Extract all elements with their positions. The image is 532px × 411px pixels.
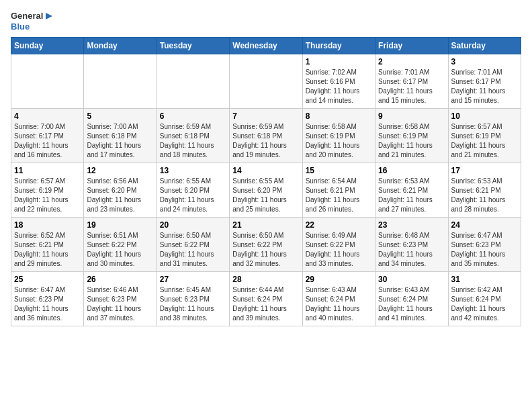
day-cell: 1Sunrise: 7:02 AM Sunset: 6:16 PM Daylig…: [302, 54, 375, 109]
day-number: 15: [306, 166, 372, 175]
day-number: 20: [160, 220, 226, 230]
day-cell: 9Sunrise: 6:58 AM Sunset: 6:19 PM Daylig…: [375, 109, 448, 163]
day-number: 30: [378, 275, 445, 284]
day-number: 22: [306, 220, 372, 230]
day-cell: 30Sunrise: 6:43 AM Sunset: 6:24 PM Dayli…: [375, 272, 448, 326]
day-info: Sunrise: 6:50 AM Sunset: 6:22 PM Dayligh…: [232, 231, 299, 269]
header-day-sunday: Sunday: [11, 38, 84, 54]
day-number: 18: [14, 220, 81, 230]
day-info: Sunrise: 6:59 AM Sunset: 6:18 PM Dayligh…: [160, 122, 226, 160]
day-number: 2: [378, 57, 445, 66]
day-info: Sunrise: 6:51 AM Sunset: 6:22 PM Dayligh…: [87, 231, 153, 269]
day-info: Sunrise: 7:00 AM Sunset: 6:18 PM Dayligh…: [87, 122, 153, 160]
day-info: Sunrise: 6:43 AM Sunset: 6:24 PM Dayligh…: [306, 285, 372, 323]
day-number: 23: [378, 220, 445, 230]
header-day-thursday: Thursday: [302, 38, 375, 54]
day-info: Sunrise: 6:56 AM Sunset: 6:20 PM Dayligh…: [87, 177, 153, 214]
day-cell: 13Sunrise: 6:55 AM Sunset: 6:20 PM Dayli…: [157, 163, 229, 218]
day-cell: 22Sunrise: 6:49 AM Sunset: 6:22 PM Dayli…: [302, 218, 375, 272]
day-info: Sunrise: 6:55 AM Sunset: 6:20 PM Dayligh…: [232, 177, 299, 214]
day-info: Sunrise: 6:50 AM Sunset: 6:22 PM Dayligh…: [160, 231, 226, 269]
day-info: Sunrise: 7:00 AM Sunset: 6:17 PM Dayligh…: [14, 122, 81, 160]
day-number: 7: [232, 111, 299, 121]
week-row-4: 18Sunrise: 6:52 AM Sunset: 6:21 PM Dayli…: [11, 218, 521, 272]
week-row-3: 11Sunrise: 6:57 AM Sunset: 6:19 PM Dayli…: [11, 163, 521, 218]
day-info: Sunrise: 6:48 AM Sunset: 6:23 PM Dayligh…: [378, 231, 445, 269]
day-info: Sunrise: 6:53 AM Sunset: 6:21 PM Dayligh…: [378, 177, 445, 214]
day-info: Sunrise: 7:01 AM Sunset: 6:17 PM Dayligh…: [378, 68, 445, 105]
day-number: 28: [232, 275, 299, 284]
page-header: General Blue: [11, 11, 521, 32]
week-row-1: 1Sunrise: 7:02 AM Sunset: 6:16 PM Daylig…: [11, 54, 521, 109]
day-number: 31: [451, 275, 518, 284]
day-cell: [157, 54, 229, 109]
day-number: 25: [14, 275, 81, 284]
day-cell: [230, 54, 302, 109]
header-day-friday: Friday: [375, 38, 448, 54]
day-info: Sunrise: 6:58 AM Sunset: 6:19 PM Dayligh…: [306, 122, 372, 160]
day-cell: 14Sunrise: 6:55 AM Sunset: 6:20 PM Dayli…: [230, 163, 302, 218]
day-cell: 28Sunrise: 6:44 AM Sunset: 6:24 PM Dayli…: [230, 272, 302, 326]
day-number: 26: [87, 275, 153, 284]
day-info: Sunrise: 6:47 AM Sunset: 6:23 PM Dayligh…: [14, 285, 81, 323]
day-cell: 16Sunrise: 6:53 AM Sunset: 6:21 PM Dayli…: [375, 163, 448, 218]
day-number: 4: [14, 111, 81, 121]
day-info: Sunrise: 6:54 AM Sunset: 6:21 PM Dayligh…: [306, 177, 372, 214]
day-cell: 3Sunrise: 7:01 AM Sunset: 6:17 PM Daylig…: [448, 54, 521, 109]
day-cell: 23Sunrise: 6:48 AM Sunset: 6:23 PM Dayli…: [375, 218, 448, 272]
day-cell: [84, 54, 157, 109]
day-cell: 4Sunrise: 7:00 AM Sunset: 6:17 PM Daylig…: [11, 109, 84, 163]
day-cell: 7Sunrise: 6:59 AM Sunset: 6:18 PM Daylig…: [230, 109, 302, 163]
day-number: 16: [378, 166, 445, 175]
day-info: Sunrise: 7:01 AM Sunset: 6:17 PM Dayligh…: [451, 68, 518, 105]
calendar-table: SundayMondayTuesdayWednesdayThursdayFrid…: [11, 37, 521, 326]
day-info: Sunrise: 7:02 AM Sunset: 6:16 PM Dayligh…: [306, 68, 372, 105]
day-number: 9: [378, 111, 445, 121]
day-info: Sunrise: 6:58 AM Sunset: 6:19 PM Dayligh…: [378, 122, 445, 160]
day-cell: 2Sunrise: 7:01 AM Sunset: 6:17 PM Daylig…: [375, 54, 448, 109]
day-number: 11: [14, 166, 81, 175]
day-info: Sunrise: 6:57 AM Sunset: 6:19 PM Dayligh…: [451, 122, 518, 160]
day-info: Sunrise: 6:59 AM Sunset: 6:18 PM Dayligh…: [232, 122, 299, 160]
day-info: Sunrise: 6:55 AM Sunset: 6:20 PM Dayligh…: [160, 177, 226, 214]
day-cell: 25Sunrise: 6:47 AM Sunset: 6:23 PM Dayli…: [11, 272, 84, 326]
day-cell: 8Sunrise: 6:58 AM Sunset: 6:19 PM Daylig…: [302, 109, 375, 163]
day-info: Sunrise: 6:57 AM Sunset: 6:19 PM Dayligh…: [14, 177, 81, 214]
day-cell: 26Sunrise: 6:46 AM Sunset: 6:23 PM Dayli…: [84, 272, 157, 326]
day-cell: 24Sunrise: 6:47 AM Sunset: 6:23 PM Dayli…: [448, 218, 521, 272]
day-number: 6: [160, 111, 226, 121]
day-cell: 31Sunrise: 6:42 AM Sunset: 6:24 PM Dayli…: [448, 272, 521, 326]
day-number: 21: [232, 220, 299, 230]
day-info: Sunrise: 6:42 AM Sunset: 6:24 PM Dayligh…: [451, 285, 518, 323]
day-info: Sunrise: 6:43 AM Sunset: 6:24 PM Dayligh…: [378, 285, 445, 323]
header-day-tuesday: Tuesday: [157, 38, 229, 54]
day-info: Sunrise: 6:46 AM Sunset: 6:23 PM Dayligh…: [87, 285, 153, 323]
day-cell: 27Sunrise: 6:45 AM Sunset: 6:23 PM Dayli…: [157, 272, 229, 326]
day-cell: 11Sunrise: 6:57 AM Sunset: 6:19 PM Dayli…: [11, 163, 84, 218]
day-info: Sunrise: 6:53 AM Sunset: 6:21 PM Dayligh…: [451, 177, 518, 214]
day-number: 10: [451, 111, 518, 121]
header-day-monday: Monday: [84, 38, 157, 54]
day-number: 12: [87, 166, 153, 175]
day-info: Sunrise: 6:45 AM Sunset: 6:23 PM Dayligh…: [160, 285, 226, 323]
day-number: 13: [160, 166, 226, 175]
day-cell: 6Sunrise: 6:59 AM Sunset: 6:18 PM Daylig…: [157, 109, 229, 163]
day-number: 14: [232, 166, 299, 175]
day-cell: 19Sunrise: 6:51 AM Sunset: 6:22 PM Dayli…: [84, 218, 157, 272]
header-row: SundayMondayTuesdayWednesdayThursdayFrid…: [11, 38, 521, 54]
day-number: 8: [306, 111, 372, 121]
day-cell: 5Sunrise: 7:00 AM Sunset: 6:18 PM Daylig…: [84, 109, 157, 163]
day-cell: [11, 54, 84, 109]
day-cell: 15Sunrise: 6:54 AM Sunset: 6:21 PM Dayli…: [302, 163, 375, 218]
day-cell: 12Sunrise: 6:56 AM Sunset: 6:20 PM Dayli…: [84, 163, 157, 218]
day-cell: 18Sunrise: 6:52 AM Sunset: 6:21 PM Dayli…: [11, 218, 84, 272]
svg-marker-0: [46, 13, 52, 19]
day-cell: 29Sunrise: 6:43 AM Sunset: 6:24 PM Dayli…: [302, 272, 375, 326]
logo-arrow-icon: [44, 11, 54, 21]
day-cell: 20Sunrise: 6:50 AM Sunset: 6:22 PM Dayli…: [157, 218, 229, 272]
day-cell: 10Sunrise: 6:57 AM Sunset: 6:19 PM Dayli…: [448, 109, 521, 163]
logo-general: General: [11, 11, 43, 21]
header-day-wednesday: Wednesday: [230, 38, 302, 54]
logo: General Blue: [11, 11, 54, 32]
day-number: 3: [451, 57, 518, 66]
